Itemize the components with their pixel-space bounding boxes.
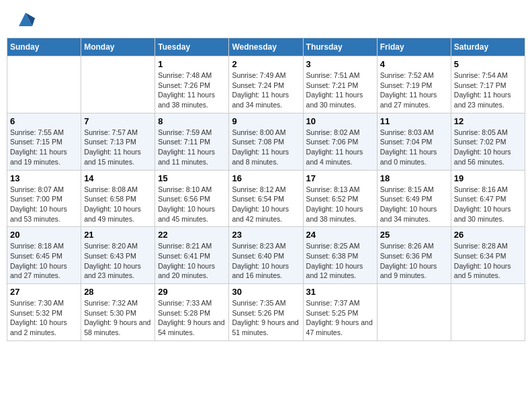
day-number: 3 [306,59,374,69]
day-info: Sunrise: 8:15 AM Sunset: 6:49 PM Dayligh… [380,185,448,224]
day-info: Sunrise: 8:07 AM Sunset: 7:00 PM Dayligh… [10,185,78,224]
day-info: Sunrise: 8:10 AM Sunset: 6:56 PM Dayligh… [158,185,226,224]
day-info: Sunrise: 7:57 AM Sunset: 7:13 PM Dayligh… [84,128,152,167]
day-info: Sunrise: 7:59 AM Sunset: 7:11 PM Dayligh… [158,128,226,167]
day-number: 1 [158,59,226,69]
calendar-cell: 6Sunrise: 7:55 AM Sunset: 7:15 PM Daylig… [7,113,81,170]
day-number: 20 [10,230,78,240]
day-info: Sunrise: 8:20 AM Sunset: 6:43 PM Dayligh… [84,241,152,281]
calendar-cell: 5Sunrise: 7:54 AM Sunset: 7:17 PM Daylig… [451,56,525,113]
calendar-cell: 16Sunrise: 8:12 AM Sunset: 6:54 PM Dayli… [229,170,303,227]
calendar-week-row: 27Sunrise: 7:30 AM Sunset: 5:32 PM Dayli… [7,284,525,341]
day-number: 23 [232,230,300,240]
day-info: Sunrise: 8:23 AM Sunset: 6:40 PM Dayligh… [232,241,300,281]
calendar-cell: 13Sunrise: 8:07 AM Sunset: 7:00 PM Dayli… [7,170,81,227]
day-number: 24 [306,230,374,240]
calendar-cell: 10Sunrise: 8:02 AM Sunset: 7:06 PM Dayli… [303,113,377,170]
day-info: Sunrise: 7:51 AM Sunset: 7:21 PM Dayligh… [306,71,374,110]
weekday-header: Tuesday [155,38,229,56]
day-number: 27 [10,287,78,297]
day-number: 18 [380,173,448,183]
calendar-cell: 9Sunrise: 8:00 AM Sunset: 7:08 PM Daylig… [229,113,303,170]
calendar-cell [7,56,81,113]
day-number: 17 [306,173,374,183]
day-number: 4 [380,59,448,69]
calendar-cell: 7Sunrise: 7:57 AM Sunset: 7:13 PM Daylig… [81,113,155,170]
day-number: 30 [232,287,300,297]
calendar-week-row: 13Sunrise: 8:07 AM Sunset: 7:00 PM Dayli… [7,170,525,227]
day-number: 21 [84,230,152,240]
calendar-cell: 26Sunrise: 8:28 AM Sunset: 6:34 PM Dayli… [451,227,525,284]
calendar-cell [377,284,451,341]
weekday-header: Monday [81,38,155,56]
day-number: 31 [306,287,374,297]
day-number: 25 [380,230,448,240]
day-info: Sunrise: 7:52 AM Sunset: 7:19 PM Dayligh… [380,71,448,110]
calendar-week-row: 1Sunrise: 7:48 AM Sunset: 7:26 PM Daylig… [7,56,525,113]
day-number: 7 [84,116,152,126]
weekday-header: Thursday [303,38,377,56]
calendar-cell: 30Sunrise: 7:35 AM Sunset: 5:26 PM Dayli… [229,284,303,341]
calendar-cell [451,284,525,341]
day-info: Sunrise: 8:28 AM Sunset: 6:34 PM Dayligh… [454,241,522,281]
calendar-cell: 3Sunrise: 7:51 AM Sunset: 7:21 PM Daylig… [303,56,377,113]
day-info: Sunrise: 7:55 AM Sunset: 7:15 PM Dayligh… [10,128,78,167]
day-number: 9 [232,116,300,126]
calendar-cell: 11Sunrise: 8:03 AM Sunset: 7:04 PM Dayli… [377,113,451,170]
day-info: Sunrise: 7:32 AM Sunset: 5:30 PM Dayligh… [84,298,152,338]
day-number: 13 [10,173,78,183]
weekday-header: Saturday [451,38,525,56]
calendar-cell: 23Sunrise: 8:23 AM Sunset: 6:40 PM Dayli… [229,227,303,284]
day-info: Sunrise: 8:21 AM Sunset: 6:41 PM Dayligh… [158,241,226,281]
day-number: 14 [84,173,152,183]
day-number: 11 [380,116,448,126]
day-info: Sunrise: 8:02 AM Sunset: 7:06 PM Dayligh… [306,128,374,167]
day-info: Sunrise: 8:05 AM Sunset: 7:02 PM Dayligh… [454,128,522,167]
calendar-cell: 28Sunrise: 7:32 AM Sunset: 5:30 PM Dayli… [81,284,155,341]
weekday-header-row: SundayMondayTuesdayWednesdayThursdayFrid… [7,38,525,56]
day-number: 15 [158,173,226,183]
day-info: Sunrise: 7:35 AM Sunset: 5:26 PM Dayligh… [232,298,300,338]
day-number: 8 [158,116,226,126]
day-info: Sunrise: 8:18 AM Sunset: 6:45 PM Dayligh… [10,241,78,281]
calendar-cell: 31Sunrise: 7:37 AM Sunset: 5:25 PM Dayli… [303,284,377,341]
calendar-cell: 14Sunrise: 8:08 AM Sunset: 6:58 PM Dayli… [81,170,155,227]
day-info: Sunrise: 8:12 AM Sunset: 6:54 PM Dayligh… [232,185,300,224]
day-info: Sunrise: 8:08 AM Sunset: 6:58 PM Dayligh… [84,185,152,224]
day-number: 5 [454,59,522,69]
calendar-cell: 27Sunrise: 7:30 AM Sunset: 5:32 PM Dayli… [7,284,81,341]
calendar-cell: 22Sunrise: 8:21 AM Sunset: 6:41 PM Dayli… [155,227,229,284]
logo-icon [16,10,35,29]
day-info: Sunrise: 7:33 AM Sunset: 5:28 PM Dayligh… [158,298,226,338]
day-number: 22 [158,230,226,240]
calendar-week-row: 6Sunrise: 7:55 AM Sunset: 7:15 PM Daylig… [7,113,525,170]
day-number: 16 [232,173,300,183]
calendar-table: SundayMondayTuesdayWednesdayThursdayFrid… [7,38,525,341]
day-info: Sunrise: 8:03 AM Sunset: 7:04 PM Dayligh… [380,128,448,167]
calendar-cell: 25Sunrise: 8:26 AM Sunset: 6:36 PM Dayli… [377,227,451,284]
day-info: Sunrise: 8:26 AM Sunset: 6:36 PM Dayligh… [380,241,448,281]
calendar-cell: 20Sunrise: 8:18 AM Sunset: 6:45 PM Dayli… [7,227,81,284]
day-number: 29 [158,287,226,297]
calendar-cell: 18Sunrise: 8:15 AM Sunset: 6:49 PM Dayli… [377,170,451,227]
day-number: 28 [84,287,152,297]
calendar-cell: 12Sunrise: 8:05 AM Sunset: 7:02 PM Dayli… [451,113,525,170]
calendar-cell: 8Sunrise: 7:59 AM Sunset: 7:11 PM Daylig… [155,113,229,170]
day-info: Sunrise: 8:16 AM Sunset: 6:47 PM Dayligh… [454,185,522,224]
calendar-cell: 29Sunrise: 7:33 AM Sunset: 5:28 PM Dayli… [155,284,229,341]
weekday-header: Friday [377,38,451,56]
day-number: 6 [10,116,78,126]
day-number: 10 [306,116,374,126]
calendar-cell: 19Sunrise: 8:16 AM Sunset: 6:47 PM Dayli… [451,170,525,227]
day-info: Sunrise: 7:48 AM Sunset: 7:26 PM Dayligh… [158,71,226,110]
calendar-cell: 15Sunrise: 8:10 AM Sunset: 6:56 PM Dayli… [155,170,229,227]
calendar-cell [81,56,155,113]
day-number: 12 [454,116,522,126]
logo [13,10,35,29]
calendar-cell: 17Sunrise: 8:13 AM Sunset: 6:52 PM Dayli… [303,170,377,227]
weekday-header: Wednesday [229,38,303,56]
day-info: Sunrise: 7:54 AM Sunset: 7:17 PM Dayligh… [454,71,522,110]
day-info: Sunrise: 8:00 AM Sunset: 7:08 PM Dayligh… [232,128,300,167]
day-number: 26 [454,230,522,240]
day-info: Sunrise: 8:25 AM Sunset: 6:38 PM Dayligh… [306,241,374,281]
